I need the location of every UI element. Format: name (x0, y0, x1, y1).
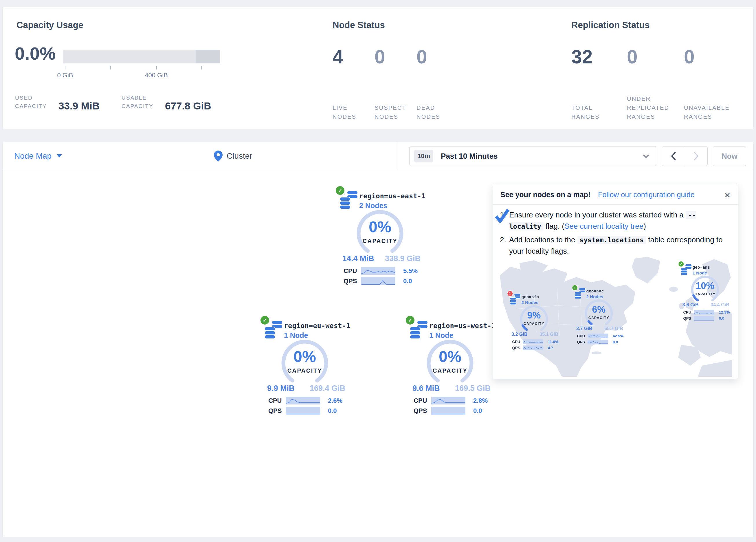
under-replicated-ranges-label: UNDER-REPLICATED RANGES (627, 94, 673, 121)
cluster-overview-stats: Capacity Usage 0.0% 0 GiB 400 GiB USED C… (2, 7, 754, 129)
qps-label: QPS (683, 316, 691, 321)
capacity-usage-title: Capacity Usage (16, 20, 83, 30)
qps-sparkline (523, 346, 543, 350)
unavailable-ranges-stat: 0 UNAVAILABLE RANGES (684, 47, 742, 121)
qps-metric-row: QPS 0.0 (677, 316, 733, 321)
step-text: ) (643, 222, 646, 230)
cpu-value: 11.0% (548, 340, 559, 344)
capacity-label: CAPACITY (571, 316, 627, 320)
qps-sparkline (588, 340, 608, 344)
capacity-percent: 0% (258, 348, 351, 365)
capacity-gauge-bar (63, 50, 220, 63)
capacity-total: 65.7 GiB (604, 326, 623, 332)
time-range-badge: 10m (414, 150, 433, 162)
time-prev-button[interactable] (662, 146, 685, 166)
node-title: region=eu-west-1 (284, 322, 351, 330)
unavailable-ranges-label: UNAVAILABLE RANGES (684, 103, 735, 121)
region-node-eu-west-1[interactable]: ✓ region=eu-west-1 1 Node 0% CAPACITY 9.… (258, 315, 351, 415)
qps-label: QPS (344, 278, 357, 285)
step-text: Add locations to the (509, 235, 577, 244)
cpu-label: CPU (414, 397, 427, 405)
cpu-metric-row: CPU 42.5% (571, 334, 627, 339)
qps-metric-row: QPS 0.0 (571, 340, 627, 345)
cpu-value: 2.6% (328, 397, 342, 405)
popup-title: See your nodes on a map! (500, 190, 590, 199)
capacity-percent: 0% (334, 218, 426, 236)
breadcrumb[interactable]: Cluster (214, 142, 252, 170)
cpu-sparkline (523, 339, 543, 344)
qps-sparkline (361, 277, 395, 285)
geo-node-ams[interactable]: ✓ geo=ams 1 Node 10% CAPACITY 3.6 GiB 34… (677, 261, 733, 321)
cpu-value: 42.5% (613, 334, 623, 339)
capacity-gauge-reserved-segment (196, 50, 220, 63)
qps-metric-row: QPS 4.7 (506, 346, 562, 351)
geo-node-sfo[interactable]: 1 geo=sfo 2 Nodes 9% CAPACITY 3.2 GiB 35… (506, 291, 562, 350)
replication-status-title: Replication Status (571, 20, 649, 30)
qps-value: 0.0 (328, 407, 337, 415)
under-replicated-ranges-value: 0 (627, 47, 680, 66)
cpu-metric-row: CPU 2.8% (404, 396, 496, 405)
suspect-nodes-value: 0 (375, 47, 414, 66)
view-selector-label: Node Map (14, 151, 52, 161)
region-node-us-west-1[interactable]: ✓ region=us-west-1 1 Node 0% CAPACITY 9.… (404, 315, 496, 415)
time-nav-group (662, 146, 708, 166)
configuration-guide-link[interactable]: Follow our configuration guide (598, 190, 695, 199)
qps-label: QPS (268, 407, 282, 415)
qps-sparkline (431, 407, 465, 415)
popup-header: See your nodes on a map! Follow our conf… (493, 185, 738, 205)
time-next-button[interactable] (685, 146, 708, 166)
live-nodes-stat: 4 LIVE NODES (333, 47, 372, 121)
capacity-tick (156, 66, 157, 69)
unavailable-ranges-value: 0 (684, 47, 742, 66)
cpu-metric-row: CPU 2.6% (258, 396, 351, 405)
geo-node-nyc[interactable]: ✓ geo=nyc 2 Nodes 6% CAPACITY 3.7 GiB 65… (571, 285, 627, 345)
total-ranges-stat: 32 TOTAL RANGES (571, 47, 623, 121)
capacity-label: CAPACITY (677, 293, 733, 297)
capacity-label: CAPACITY (506, 322, 562, 326)
page-bottom-gutter (0, 537, 756, 542)
locality-tree-link[interactable]: See current locality tree (564, 222, 643, 230)
qps-sparkline (286, 407, 320, 415)
node-map-page: Capacity Usage 0.0% 0 GiB 400 GiB USED C… (0, 0, 756, 542)
breadcrumb-cluster: Cluster (227, 151, 252, 161)
system-locations-code: system.locations (577, 236, 646, 244)
capacity-total: 34.4 GiB (711, 302, 729, 308)
usable-capacity-label: USABLE CAPACITY (122, 93, 159, 111)
capacity-label: CAPACITY (334, 238, 426, 244)
cpu-metric-row: CPU 11.0% (506, 339, 562, 345)
capacity-used: 14.4 MiB (342, 254, 374, 263)
node-status-warning-badge: 1 (507, 291, 513, 297)
node-status-title: Node Status (333, 20, 385, 30)
cpu-value: 2.8% (473, 397, 488, 405)
used-capacity: USED CAPACITY 33.9 MiB (15, 93, 100, 111)
time-range-label: Past 10 Minutes (441, 152, 498, 161)
view-selector-node-map[interactable]: Node Map (14, 142, 62, 170)
qps-metric-row: QPS 0.0 (334, 277, 426, 286)
region-node-us-east-1[interactable]: ✓ region=us-east-1 2 Nodes 0% CAPACITY 1… (334, 185, 426, 285)
capacity-values: 3.6 GiB 34.4 GiB (682, 302, 729, 308)
capacity-percent: 6% (571, 304, 627, 315)
close-icon[interactable]: × (724, 190, 730, 200)
usable-capacity: USABLE CAPACITY 677.8 GiB (122, 93, 211, 111)
chevron-down-icon (643, 154, 649, 158)
step-complete-check-icon (494, 207, 510, 224)
capacity-used: 3.7 GiB (576, 326, 592, 332)
suspect-nodes-stat: 0 SUSPECT NODES (375, 47, 414, 121)
node-title: region=us-east-1 (359, 192, 426, 200)
capacity-percent: 0% (404, 348, 496, 365)
cpu-metric-row: CPU 5.5% (334, 266, 426, 276)
capacity-used: 9.6 MiB (412, 384, 440, 393)
capacity-values: 3.7 GiB 65.7 GiB (576, 326, 623, 332)
qps-label: QPS (512, 346, 520, 350)
total-ranges-label: TOTAL RANGES (571, 103, 603, 121)
qps-sparkline (694, 316, 714, 321)
cpu-metric-row: CPU 12.3% (677, 310, 733, 315)
qps-label: QPS (414, 407, 427, 415)
used-capacity-value: 33.9 MiB (58, 100, 100, 112)
suspect-nodes-label: SUSPECT NODES (375, 103, 411, 121)
qps-metric-row: QPS 0.0 (404, 407, 496, 415)
cpu-sparkline (361, 267, 395, 275)
used-capacity-label: USED CAPACITY (15, 93, 52, 111)
now-button[interactable]: Now (713, 146, 746, 166)
time-range-select[interactable]: 10m Past 10 Minutes (409, 146, 657, 166)
